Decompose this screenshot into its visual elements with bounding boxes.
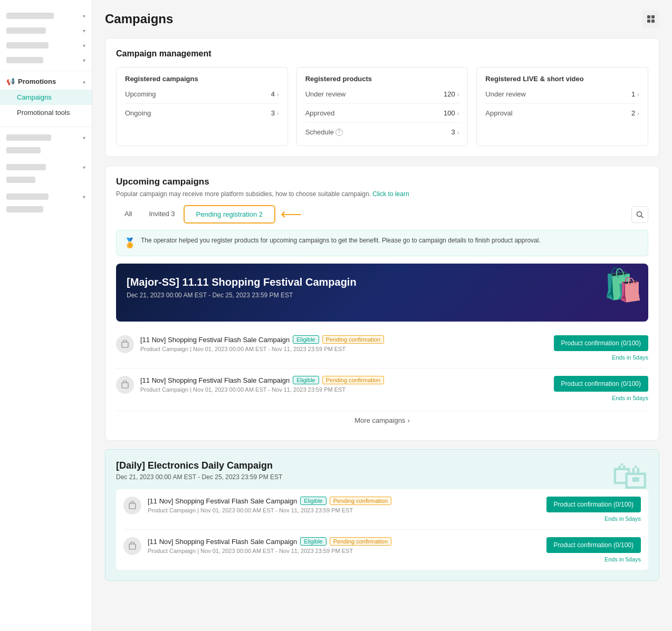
info-banner-text: The operator helped you register product…	[141, 236, 541, 245]
live-under-review-value: 1	[631, 90, 635, 98]
campaign-meta: Product Campaign | Nov 01, 2023 00:00 AM…	[140, 346, 548, 352]
svg-rect-7	[122, 383, 128, 388]
nav-placeholder-6[interactable]: ▾	[0, 160, 92, 174]
svg-rect-8	[129, 503, 136, 509]
medal-icon: 🏅	[124, 236, 136, 250]
daily-campaign-date: Dec 21, 2023 00:00 AM EST - Dec 25, 2023…	[116, 473, 648, 481]
ends-in: Ends in 5days	[604, 516, 641, 522]
highlight-arrow-icon: ⟵	[281, 206, 302, 223]
search-campaigns-button[interactable]	[631, 206, 648, 223]
chevron-down-icon: ▾	[83, 194, 85, 200]
page-title: Campaigns	[105, 12, 173, 26]
ongoing-label: Ongoing	[125, 109, 151, 117]
stats-row: Registered campaigns Upcoming 4 › Ongoin…	[116, 67, 648, 146]
tabs-row: All Invited 3 Pending registration 2 ⟵	[116, 205, 648, 224]
layout-toggle-button[interactable]	[642, 11, 659, 27]
product-confirmation-button[interactable]: Product confirmation (0/100)	[554, 376, 648, 392]
stat-live-under-review-row[interactable]: Under review 1 ›	[485, 88, 639, 100]
campaign-action: Product confirmation (0/100) Ends in 5da…	[554, 376, 648, 401]
registered-campaigns-title: Registered campaigns	[125, 75, 279, 83]
nav-placeholder-4[interactable]: ▾	[0, 53, 92, 67]
campaign-name: [11 Nov] Shopping Festival Flash Sale Ca…	[140, 376, 548, 384]
pending-confirmation-badge: Pending confirmation	[322, 335, 384, 344]
approved-label: Approved	[305, 109, 335, 117]
campaign-item: [11 Nov] Shopping Festival Flash Sale Ca…	[116, 368, 648, 409]
campaign-action: Product confirmation (0/100) Ends in 5da…	[554, 335, 648, 361]
registered-products-box: Registered products Under review 120 › A…	[296, 67, 468, 146]
campaign-item-icon	[123, 497, 141, 514]
daily-campaign-list: [11 Nov] Shopping Festival Flash Sale Ca…	[116, 489, 648, 570]
ends-in: Ends in 5days	[612, 395, 648, 401]
sidebar-item-campaigns[interactable]: Campaigns	[0, 90, 92, 105]
svg-rect-2	[647, 20, 650, 23]
stat-upcoming-row[interactable]: Upcoming 4 ›	[125, 88, 279, 100]
product-confirmation-button[interactable]: Product confirmation (0/100)	[554, 335, 648, 351]
ends-in: Ends in 5days	[604, 556, 641, 562]
chevron-down-icon: ▾	[83, 57, 85, 63]
arrow-icon: ›	[277, 110, 279, 117]
daily-campaign-title: [Daily] Electronics Daily Campaign	[116, 460, 648, 471]
tab-all[interactable]: All	[116, 207, 140, 222]
arrow-icon: ›	[277, 91, 279, 98]
stat-ongoing-row[interactable]: Ongoing 3 ›	[125, 107, 279, 119]
ends-in-value: 5days	[633, 395, 648, 401]
more-campaigns-button[interactable]: More campaigns ›	[116, 411, 648, 430]
daily-graphic-icon: 🛍	[611, 455, 648, 497]
upcoming-campaigns-title: Upcoming campaigns	[116, 177, 648, 187]
eligible-badge: Eligible	[293, 335, 319, 344]
stat-approval-row[interactable]: Approval 2 ›	[485, 107, 639, 119]
nav-placeholder-3[interactable]: ▾	[0, 38, 92, 53]
upcoming-campaigns-card: Upcoming campaigns Popular campaign may …	[105, 166, 659, 441]
nav-placeholder-2[interactable]: ▾	[0, 23, 92, 38]
pending-registration-tab-wrapper[interactable]: Pending registration 2	[184, 205, 275, 224]
sidebar: ▾ ▾ ▾ ▾ 📢 Promotions ▴ Campaigns Promoti…	[0, 0, 92, 631]
registered-campaigns-box: Registered campaigns Upcoming 4 › Ongoin…	[116, 67, 288, 146]
tab-invited[interactable]: Invited 3	[140, 207, 183, 222]
eligible-badge: Eligible	[300, 497, 326, 505]
arrow-icon: ›	[637, 91, 639, 98]
registered-live-box: Registered LIVE & short video Under revi…	[476, 67, 648, 146]
stat-schedule-row[interactable]: Schedule ? 3 ›	[305, 126, 459, 138]
eligible-badge: Eligible	[300, 537, 326, 546]
ends-in-value: 5days	[626, 556, 641, 562]
campaign-item-icon	[116, 376, 134, 394]
campaign-banner-graphic: 🛍️	[603, 266, 643, 304]
campaign-meta: Product Campaign | Nov 01, 2023 00:00 AM…	[140, 386, 548, 393]
upcoming-campaigns-subtitle: Popular campaign may receive more platfo…	[116, 190, 648, 198]
schedule-value: 3	[451, 128, 455, 136]
stat-approved-row[interactable]: Approved 100 ›	[305, 107, 459, 119]
promotions-group[interactable]: 📢 Promotions ▴	[0, 73, 92, 90]
megaphone-icon: 📢	[6, 77, 15, 85]
click-to-learn-link[interactable]: Click to learn	[372, 190, 409, 198]
major-ss-campaign-banner[interactable]: [Major-SS] 11.11 Shopping Festival Campa…	[116, 264, 648, 322]
sidebar-item-promotional-tools[interactable]: Promotional tools	[0, 105, 92, 120]
campaign-info: [11 Nov] Shopping Festival Flash Sale Ca…	[140, 335, 548, 352]
campaign-item-icon	[123, 537, 141, 555]
chevron-down-icon: ▾	[83, 164, 85, 170]
campaign-info: [11 Nov] Shopping Festival Flash Sale Ca…	[140, 376, 548, 393]
upcoming-value: 4	[271, 90, 275, 98]
live-under-review-label: Under review	[485, 90, 526, 98]
registered-products-title: Registered products	[305, 75, 459, 83]
arrow-icon: ›	[637, 110, 639, 117]
daily-electronics-card: 🛍 [Daily] Electronics Daily Campaign Dec…	[105, 449, 659, 581]
nav-placeholder-5[interactable]: ▾	[0, 130, 92, 145]
tab-highlight-group: Pending registration 2 ⟵	[184, 205, 302, 224]
product-confirmation-button[interactable]: Product confirmation (0/100)	[546, 537, 641, 553]
nav-placeholder-7[interactable]: ▾	[0, 189, 92, 204]
stat-under-review-row[interactable]: Under review 120 ›	[305, 88, 459, 100]
pending-confirmation-badge: Pending confirmation	[322, 376, 384, 384]
svg-rect-9	[129, 544, 136, 549]
page-header: Campaigns	[105, 11, 659, 27]
approval-label: Approval	[485, 109, 512, 117]
upcoming-campaign-list: [11 Nov] Shopping Festival Flash Sale Ca…	[116, 328, 648, 409]
tab-pending-registration[interactable]: Pending registration 2	[188, 207, 271, 221]
under-review-value: 120	[444, 90, 455, 98]
svg-rect-1	[651, 15, 655, 18]
product-confirmation-button[interactable]: Product confirmation (0/100)	[546, 497, 641, 512]
pending-confirmation-badge: Pending confirmation	[330, 537, 391, 546]
campaign-name: [11 Nov] Shopping Festival Flash Sale Ca…	[148, 497, 540, 505]
chevron-down-icon: ▾	[83, 43, 85, 48]
approved-value: 100	[444, 109, 455, 117]
nav-placeholder-1[interactable]: ▾	[0, 8, 92, 23]
